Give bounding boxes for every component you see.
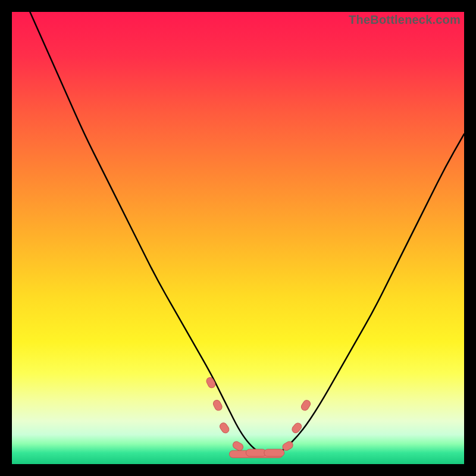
curve-marker (246, 449, 266, 456)
curve-marker (205, 376, 217, 389)
curve-layer (12, 12, 464, 464)
marker-group (205, 376, 312, 458)
curve-marker (218, 421, 230, 434)
plot-area: TheBottleneck.com (12, 12, 464, 464)
curve-marker (231, 440, 245, 452)
curve-marker (300, 399, 312, 412)
curve-marker (264, 449, 284, 456)
chart-frame: TheBottleneck.com (12, 12, 464, 464)
bottleneck-curve (30, 12, 464, 455)
curve-marker (212, 399, 223, 412)
watermark-label: TheBottleneck.com (349, 13, 461, 27)
